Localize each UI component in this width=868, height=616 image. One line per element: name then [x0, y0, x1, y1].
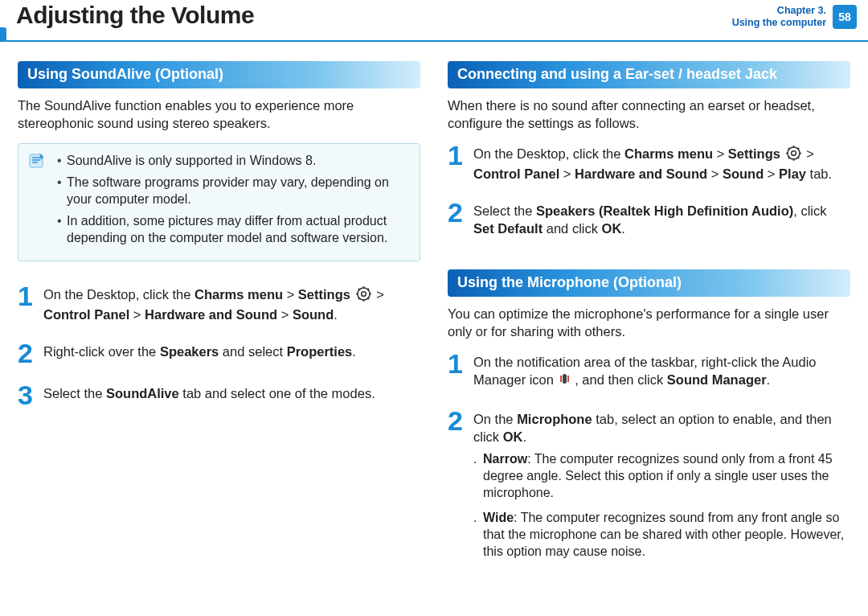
- note-icon: [28, 152, 46, 170]
- earset-step-1: 1 On the Desktop, click the Charms menu …: [448, 143, 850, 183]
- step-body: On the notification area of the taskbar,…: [473, 351, 850, 391]
- right-column: Connecting and using a Ear-set / headset…: [448, 61, 850, 574]
- soundalive-intro: The SoundAlive function enables you to e…: [18, 97, 420, 132]
- svg-rect-23: [567, 376, 569, 382]
- settings-gear-icon: [356, 286, 371, 306]
- mic-option-list: . Narrow: The computer recognizes sound …: [473, 450, 850, 560]
- soundalive-step-3: 3 Select the SoundAlive tab and select o…: [18, 383, 420, 407]
- mic-option-wide: . Wide: The computer recognizes sound fr…: [473, 509, 850, 560]
- microphone-intro: You can optimize the microphone's perfor…: [448, 305, 850, 340]
- note-item-1: SoundAlive is only supported in Windows …: [57, 152, 408, 169]
- step-body: Select the Speakers (Realtek High Defini…: [473, 200, 850, 237]
- step-number: 2: [448, 409, 465, 568]
- step-body: Select the SoundAlive tab and select one…: [43, 383, 420, 407]
- earset-intro: When there is no sound after connecting …: [448, 97, 850, 132]
- step-body: On the Desktop, click the Charms menu > …: [43, 284, 420, 323]
- section-heading-earset: Connecting and using a Ear-set / headset…: [448, 61, 850, 88]
- step-number: 1: [448, 143, 465, 183]
- step-number: 1: [18, 284, 35, 323]
- soundalive-step-2: 2 Right-click over the Speakers and sele…: [18, 341, 420, 365]
- header-blue-stub: [0, 27, 6, 42]
- page-title: Adjusting the Volume: [16, 2, 254, 29]
- step-number: 2: [18, 341, 35, 365]
- header-right: Chapter 3. Using the computer 58: [732, 5, 857, 29]
- section-heading-soundalive: Using SoundAlive (Optional): [18, 61, 420, 88]
- chapter-line-2: Using the computer: [732, 17, 826, 29]
- section-heading-microphone: Using the Microphone (Optional): [448, 269, 850, 297]
- chapter-label: Chapter 3. Using the computer: [732, 5, 826, 29]
- step-body: On the Microphone tab, select an option …: [473, 409, 850, 568]
- note-box: SoundAlive is only supported in Windows …: [18, 143, 420, 261]
- chapter-line-1: Chapter 3.: [732, 5, 826, 17]
- svg-point-12: [791, 151, 796, 156]
- settings-gear-icon: [786, 146, 801, 165]
- audio-manager-icon: [559, 373, 570, 391]
- step-body: Right-click over the Speakers and select…: [43, 341, 420, 365]
- note-item-3: In addition, some pictures may differ fr…: [57, 212, 408, 246]
- svg-rect-21: [563, 374, 567, 384]
- step-number: 3: [18, 383, 35, 407]
- svg-rect-22: [560, 376, 562, 382]
- svg-point-2: [361, 292, 366, 297]
- left-column: Using SoundAlive (Optional) The SoundAli…: [18, 61, 420, 574]
- step-number: 2: [448, 200, 465, 237]
- mic-option-narrow: . Narrow: The computer recognizes sound …: [473, 450, 850, 501]
- step-number: 1: [448, 351, 465, 391]
- earset-step-2: 2 Select the Speakers (Realtek High Defi…: [448, 200, 850, 237]
- note-item-2: The software programs provider may vary,…: [57, 174, 408, 207]
- mic-step-1: 1 On the notification area of the taskba…: [448, 351, 850, 391]
- content-columns: Using SoundAlive (Optional) The SoundAli…: [0, 42, 868, 574]
- page-header: Adjusting the Volume Chapter 3. Using th…: [0, 0, 868, 42]
- soundalive-step-1: 1 On the Desktop, click the Charms menu …: [18, 284, 420, 323]
- step-body: On the Desktop, click the Charms menu > …: [473, 143, 850, 183]
- mic-step-2: 2 On the Microphone tab, select an optio…: [448, 409, 850, 568]
- page-number-badge: 58: [833, 5, 857, 29]
